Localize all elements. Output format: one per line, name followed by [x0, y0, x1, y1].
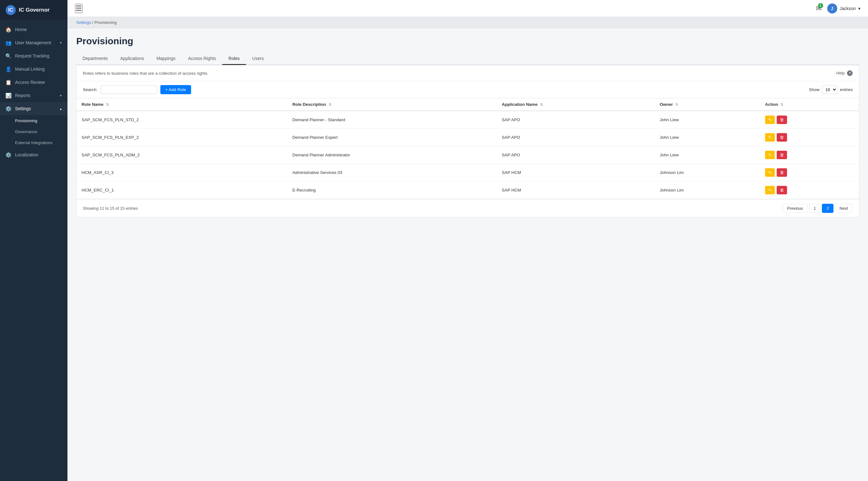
show-label: Show: [809, 87, 820, 92]
sidebar-item-settings[interactable]: ⚙️ Settings ▴: [0, 102, 67, 115]
sidebar-item-request-tracking[interactable]: 🔍 Request Tracking: [0, 49, 67, 62]
cell-role-description: Demand Planner Administrator: [287, 146, 497, 164]
sidebar-item-localization-label: Localization: [15, 152, 38, 157]
table-description: Roles refers to business roles that are …: [83, 71, 208, 76]
edit-button[interactable]: ✎: [765, 168, 775, 177]
cell-action: ✎ 🗑: [760, 181, 859, 199]
table-header: Roles refers to business roles that are …: [76, 65, 859, 81]
logo-icon: IC: [6, 5, 16, 15]
show-entries-control: Show 10 25 50 entries: [809, 85, 852, 94]
sidebar-item-user-management-label: User Management: [15, 40, 51, 45]
tab-access-rights[interactable]: Access Rights: [182, 53, 222, 65]
home-icon: 🏠: [6, 27, 11, 32]
sort-icon-owner: ⇅: [675, 103, 678, 107]
sidebar-sub-item-governance[interactable]: Governance: [0, 126, 67, 137]
cell-action: ✎ 🗑: [760, 129, 859, 146]
delete-button[interactable]: 🗑: [777, 168, 787, 177]
page-content: Settings / Provisioning Provisioning Dep…: [67, 17, 868, 481]
table-row: SAP_SCM_FCS_PLN_STD_2 Demand Planner - S…: [76, 111, 859, 129]
tab-roles[interactable]: Roles: [222, 53, 246, 65]
localization-icon: ⚙️: [6, 152, 11, 158]
next-button[interactable]: Next: [835, 204, 852, 213]
help-label: Help: [836, 71, 845, 76]
app-logo: IC IC Governor: [0, 0, 67, 21]
hamburger-button[interactable]: ☰: [75, 4, 83, 13]
help-button[interactable]: Help ?: [836, 70, 852, 76]
notifications-button[interactable]: ✉ 1: [816, 4, 822, 12]
cell-application-name: SAP APO: [497, 111, 655, 129]
clipboard-icon: 📋: [6, 80, 11, 85]
gear-icon: ⚙️: [6, 106, 11, 112]
cell-role-name: HCM_ASR_CI_3: [76, 164, 287, 181]
cell-owner: John Liew: [655, 129, 760, 146]
tab-mappings[interactable]: Mappings: [150, 53, 182, 65]
table-body: SAP_SCM_FCS_PLN_STD_2 Demand Planner - S…: [76, 111, 859, 199]
cell-role-name: SAP_SCM_FCS_PLN_EXP_2: [76, 129, 287, 146]
pagination-area: Showing 11 to 15 of 15 entries Previous …: [76, 199, 859, 217]
cell-role-name: SAP_SCM_FCS_PLN_ADM_2: [76, 146, 287, 164]
search-area: Search: + Add Role: [83, 85, 191, 94]
topbar: ☰ ✉ 1 J Jackson ▾: [67, 0, 868, 17]
sidebar-sub-item-external-integrations[interactable]: External Integrations: [0, 137, 67, 148]
previous-button[interactable]: Previous: [782, 204, 808, 213]
cell-application-name: SAP HCM: [497, 164, 655, 181]
chevron-down-icon: ▾: [60, 41, 62, 45]
sort-icon-role-name: ⇅: [106, 103, 109, 107]
tab-applications[interactable]: Applications: [114, 53, 150, 65]
main-area: ☰ ✉ 1 J Jackson ▾ Settings / Provisionin…: [67, 0, 868, 481]
edit-button[interactable]: ✎: [765, 133, 775, 142]
edit-button[interactable]: ✎: [765, 116, 775, 124]
sort-icon-app-name: ⇅: [540, 103, 543, 107]
cell-action: ✎ 🗑: [760, 146, 859, 164]
chevron-down-icon-reports: ▾: [60, 94, 62, 98]
edit-button[interactable]: ✎: [765, 151, 775, 159]
col-role-description[interactable]: Role Description ⇅: [287, 98, 497, 111]
breadcrumb-parent-link[interactable]: Settings: [76, 20, 91, 25]
sidebar-sub-item-provisioning[interactable]: Provisioning: [0, 115, 67, 126]
col-owner[interactable]: Owner ⇅: [655, 98, 760, 111]
avatar: J: [827, 3, 837, 13]
table-header-row: Role Name ⇅ Role Description ⇅ Applicati…: [76, 98, 859, 111]
delete-button[interactable]: 🗑: [777, 151, 787, 159]
cell-role-name: HCM_ERC_CI_1: [76, 181, 287, 199]
sidebar-item-home[interactable]: 🏠 Home: [0, 23, 67, 36]
user-menu[interactable]: J Jackson ▾: [827, 3, 861, 13]
sidebar-item-localization[interactable]: ⚙️ Localization: [0, 148, 67, 161]
chevron-up-icon: ▴: [60, 107, 62, 111]
sidebar-item-access-review[interactable]: 📋 Access Review: [0, 76, 67, 89]
cell-action: ✎ 🗑: [760, 111, 859, 129]
cell-role-description: Administrative Services 03: [287, 164, 497, 181]
showing-text: Showing 11 to 15 of 15 entries: [83, 206, 138, 211]
user-name: Jackson: [840, 6, 856, 11]
edit-button[interactable]: ✎: [765, 186, 775, 194]
delete-button[interactable]: 🗑: [777, 116, 787, 124]
col-application-name[interactable]: Application Name ⇅: [497, 98, 655, 111]
cell-action: ✎ 🗑: [760, 164, 859, 181]
table-row: SAP_SCM_FCS_PLN_EXP_2 Demand Planner Exp…: [76, 129, 859, 146]
add-role-button[interactable]: + Add Role: [160, 85, 191, 94]
cell-owner: John Liew: [655, 146, 760, 164]
search-input[interactable]: [101, 85, 157, 94]
sidebar-nav: 🏠 Home 👥 User Management ▾ 🔍 Request Tra…: [0, 21, 67, 481]
sidebar-item-user-management[interactable]: 👥 User Management ▾: [0, 36, 67, 49]
col-action: Action ⇅: [760, 98, 859, 111]
col-role-name[interactable]: Role Name ⇅: [76, 98, 287, 111]
sidebar-item-manual-linking[interactable]: 👤 Manual Linking: [0, 62, 67, 76]
app-name: IC Governor: [19, 7, 50, 13]
sidebar-item-reports[interactable]: 📊 Reports ▾: [0, 89, 67, 102]
search-icon: 🔍: [6, 53, 11, 59]
pagination: Previous 1 2 Next: [782, 204, 852, 213]
delete-button[interactable]: 🗑: [777, 186, 787, 194]
tab-users[interactable]: Users: [246, 53, 270, 65]
entries-per-page-select[interactable]: 10 25 50: [822, 85, 837, 94]
sidebar-item-access-review-label: Access Review: [15, 80, 45, 85]
page-2-button[interactable]: 2: [822, 204, 834, 213]
help-circle-icon: ?: [847, 70, 852, 76]
tabs-bar: Departments Applications Mappings Access…: [76, 53, 859, 65]
tab-departments[interactable]: Departments: [76, 53, 114, 65]
chart-icon: 📊: [6, 93, 11, 98]
page-1-button[interactable]: 1: [809, 204, 820, 213]
delete-button[interactable]: 🗑: [777, 133, 787, 142]
user-menu-chevron-icon: ▾: [858, 6, 861, 11]
breadcrumb-separator: /: [92, 20, 94, 25]
